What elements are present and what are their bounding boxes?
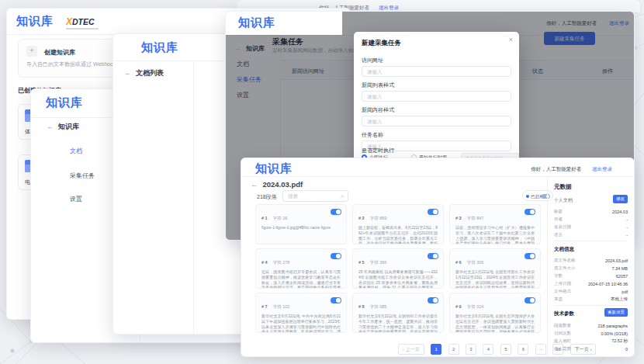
chunk-text: 新华社北京6月22日电 中共中央政治局6月21日下午就加强基层治理举行集体学习，…: [261, 314, 341, 333]
chunk-card-2[interactable]: # 2字符 869 踏上新征程，奋楫再出发。6月22日至23日，862+年会议国…: [352, 204, 444, 244]
meta-value: 0.00% (0/218): [601, 331, 628, 336]
meta-label: 来源: [554, 296, 563, 302]
chunk-chars: 字符 278: [273, 260, 290, 265]
meta-value: -: [626, 233, 628, 237]
modal-title: 新建采集任务: [362, 39, 401, 48]
page-5[interactable]: 5: [500, 344, 511, 355]
page-3[interactable]: 3: [466, 344, 476, 355]
doc-app-title: 知识库: [255, 161, 293, 176]
meta-value: 2024-07-15 10:46:36: [588, 282, 628, 286]
chunk-chars: 字符 102: [273, 304, 290, 309]
status-dot: [526, 195, 529, 198]
kb-app-title: 知识库: [46, 95, 83, 110]
close-icon[interactable]: ×: [509, 36, 513, 43]
meta-value: 2024.03: [612, 210, 628, 214]
chunk-toggle[interactable]: [331, 209, 341, 215]
meta-label: 原文件名称: [554, 258, 576, 263]
chunk-toggle[interactable]: [525, 209, 535, 215]
reset-params-button[interactable]: 重新设置: [604, 308, 628, 317]
chunk-number: # 4: [261, 260, 268, 265]
meta-label: 作者: [554, 217, 563, 222]
field-input-list-pattern[interactable]: [362, 91, 511, 102]
xdtec-logo: XDTEC: [66, 16, 99, 29]
chunk-card-7[interactable]: # 7字符 102 新华社北京6月22日电 中共中央政治局6月21日下午就加强基…: [255, 293, 347, 333]
home-app-title: 知识库: [16, 14, 54, 29]
search-input[interactable]: [282, 190, 348, 202]
chunk-toggle[interactable]: [428, 297, 438, 303]
page-6[interactable]: 6: [518, 344, 528, 355]
chunk-text: 近日，国家图书馆召开专题会议，认真学习贯彻重要指示精神，推进党史学习教育常态化长…: [261, 269, 341, 289]
meta-label: 文件格式: [554, 289, 571, 294]
chunk-toggle[interactable]: [525, 297, 535, 303]
chunk-card-8[interactable]: # 8字符 085 新华社北京6月22日电 全国组织工作会议提出今年工作要求，统…: [352, 293, 444, 333]
meta-value: 0: [625, 347, 628, 352]
chunk-card-3[interactable]: # 3字符 847 日前，党组理论学习中心组（扩大）通报集中学习，第八次会议在二…: [449, 204, 541, 244]
chunk-card-5[interactable]: # 5字符 366 25 年风雨兼程 以高质量发展谱写新篇——2024年全国图书…: [352, 248, 444, 289]
window-doc-viewer: 知识库 你好，人工智能爱好者 退出登录 ←2024.03.pdf 218段落 ⌕…: [241, 158, 635, 357]
panel-divider: [554, 241, 628, 241]
page-1[interactable]: 1: [431, 344, 441, 355]
field-label-url: 访问网址: [362, 57, 383, 64]
back-arrow-icon: ←: [124, 69, 131, 77]
app-canvas: 你好，人工智能爱好者退出登录 知识库 XDTEC + 创建知识库 导入自己的文本…: [0, 0, 644, 364]
chunk-chars: 字符 366: [370, 260, 387, 265]
chunk-text: 踏上新征程，奋楫再出发。6月22日至23日，862+年会议国图平台在京召开，总结…: [358, 225, 438, 244]
back-arrow-icon: ←: [251, 180, 258, 189]
chunk-number: # 7: [261, 304, 268, 309]
meta-value: 62057: [616, 274, 628, 279]
back-to-kb[interactable]: ←知识库: [47, 122, 79, 132]
chunk-number: # 2: [358, 216, 365, 220]
panel-divider: [554, 305, 628, 306]
meta-value: pdf: [621, 289, 628, 294]
metadata-title: 元数据: [554, 183, 572, 191]
field-input-content-pattern[interactable]: [362, 116, 511, 127]
create-kb-label: 创建知识库: [44, 48, 75, 57]
chunk-number: # 1: [261, 216, 268, 220]
schedule-label: 是否定时执行: [362, 147, 394, 154]
collect-app-title: 知识库: [235, 16, 279, 30]
sidebar-item-settings[interactable]: 设置: [70, 195, 82, 203]
logout-link[interactable]: 退出登录: [592, 166, 612, 172]
field-label-task-name: 任务名称: [362, 131, 383, 139]
doclist-app-title: 知识库: [141, 40, 178, 55]
doc-info-title: 文档信息: [554, 246, 574, 253]
chunk-text: 25 年风雨兼程 以高质量发展谱写新篇——2024年全国图书馆工作会议全体会议在…: [358, 269, 438, 289]
sidebar-item-collect[interactable]: 采集任务: [70, 172, 95, 180]
edit-metadata-button[interactable]: 修改: [613, 195, 628, 203]
chunk-chars: 字符 306: [467, 260, 484, 265]
chunk-chars: 字符 085: [370, 304, 387, 309]
chunk-number: # 5: [358, 260, 365, 265]
meta-label: 字数: [554, 273, 563, 279]
chunk-card-6[interactable]: # 6字符 306 新华社北京1月22日电 全国宣传部长工作会议1月22日至23…: [449, 248, 541, 289]
chunk-card-4[interactable]: # 4字符 278 近日，国家图书馆召开专题会议，认真学习贯彻重要指示精神，推进…: [255, 248, 347, 289]
page-ellipsis[interactable]: ···: [535, 344, 546, 355]
chunk-text: 新华社北京6月22日电 全国组织工作会议提出今年工作要求，统一思想、凝聚共识，推…: [358, 314, 438, 333]
page-2[interactable]: 2: [448, 344, 459, 355]
back-logout-link[interactable]: 退出登录: [379, 5, 399, 10]
chunk-card-9[interactable]: # 9字符 024 新华社北京6月22日电 全国生态环境保护大会近日在京召开，会…: [449, 293, 541, 333]
meta-label: 召回次数: [554, 331, 571, 336]
chunk-toggle[interactable]: [525, 253, 535, 259]
doc-title: 2024.03.pdf: [263, 180, 303, 189]
field-input-url[interactable]: [362, 66, 511, 77]
chunk-toggle[interactable]: [428, 209, 438, 215]
meta-label: 语言: [554, 232, 563, 237]
meta-value: -: [626, 225, 628, 230]
chunk-card-1[interactable]: # 1字符 26 figure-1-figure-0.jpg@#$%c name…: [255, 204, 347, 244]
meta-value: 2024.03.pdf: [605, 258, 628, 263]
chunk-chars: 字符 847: [467, 216, 484, 220]
user-greeting: 你好，人工智能爱好者: [531, 166, 581, 172]
page-prev[interactable]: ‹ 上一页: [398, 344, 424, 355]
page-4[interactable]: 4: [483, 344, 493, 355]
chunk-toggle[interactable]: [428, 253, 438, 259]
back-to-doclist[interactable]: ←文档列表: [124, 68, 164, 78]
meta-label: 标题: [554, 209, 563, 214]
meta-value: 7.34 MB: [612, 266, 628, 271]
field-label-content-pattern: 新闻内容样式: [362, 106, 394, 114]
chunk-toggle[interactable]: [331, 297, 341, 303]
chunk-toggle[interactable]: [331, 253, 341, 259]
sidebar-item-docs[interactable]: 文档: [70, 147, 82, 155]
paragraph-count: 218段落: [257, 193, 277, 201]
back-from-doc[interactable]: ←2024.03.pdf: [251, 180, 303, 189]
chunk-text: 日前，党组理论学习中心组（扩大）通报集中学习，第八次会议在二十届中央纪委三次全会…: [455, 225, 535, 244]
